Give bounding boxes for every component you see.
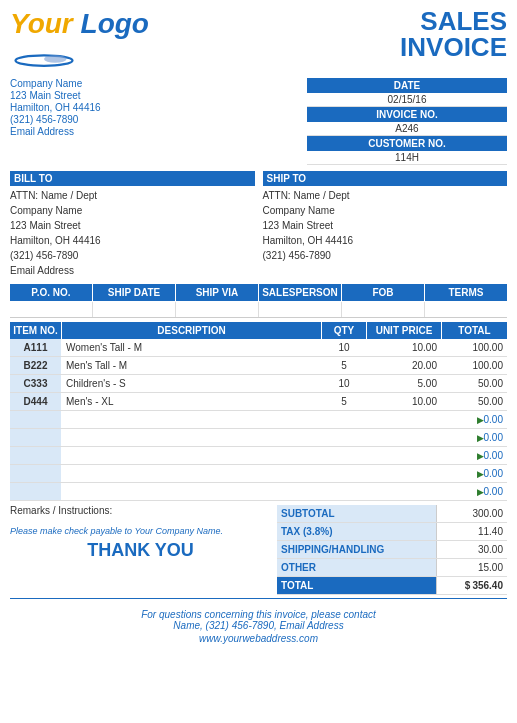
ship-date-value [93,302,176,317]
item-price-cell: 10.00 [367,339,442,356]
item-total-cell: ▶0.00 [442,411,507,428]
table-row: D444 Men's - XL 5 10.00 50.00 [10,393,507,411]
customer-no-value: 114H [307,151,507,165]
item-qty-cell [322,429,367,446]
dollar-sign: $ [465,580,471,591]
item-total-cell: 50.00 [442,393,507,410]
item-price-cell: 5.00 [367,375,442,392]
table-row: C333 Children's - S 10 5.00 50.00 [10,375,507,393]
bill-to-header: BILL TO [10,171,255,186]
logo-swoosh-icon [14,50,74,68]
item-total-cell: 100.00 [442,339,507,356]
item-qty-cell: 5 [322,357,367,374]
invoice-page: Your Logo SALES INVOICE Company Name 123… [0,0,517,652]
item-desc-cell: Men's - XL [62,393,322,410]
arrow-icon: ▶ [477,487,484,497]
po-values-row [10,302,507,318]
sender-info: Company Name 123 Main Street Hamilton, O… [10,78,101,165]
header: Your Logo SALES INVOICE [10,8,507,70]
item-price-cell [367,447,442,464]
item-total-cell: ▶0.00 [442,465,507,482]
item-no-cell: A111 [10,339,62,356]
subtotal-value: 300.00 [437,505,507,522]
table-row: A111 Women's Tall - M 10 10.00 100.00 [10,339,507,357]
table-row: ▶0.00 [10,411,507,429]
info-row: Company Name 123 Main Street Hamilton, O… [10,78,507,165]
item-qty-cell [322,483,367,500]
invoice-no-value: A246 [307,122,507,136]
sender-email: Email Address [10,126,101,137]
logo-area: Your Logo [10,8,149,70]
salesperson-value [259,302,342,317]
grand-total-row: TOTAL $356.40 [277,577,507,595]
item-total-cell: ▶0.00 [442,483,507,500]
item-total-cell: 50.00 [442,375,507,392]
item-desc-cell: Men's Tall - M [62,357,322,374]
item-desc-cell: Women's Tall - M [62,339,322,356]
arrow-icon: ▶ [477,469,484,479]
col-desc-header: DESCRIPTION [62,322,322,339]
item-desc-cell [62,483,322,500]
bill-email: Email Address [10,263,255,278]
tax-label: TAX (3.8%) [277,523,437,540]
item-total-cell: ▶0.00 [442,447,507,464]
shipping-label: SHIPPING/HANDLING [277,541,437,558]
item-qty-cell: 5 [322,393,367,410]
remarks-label: Remarks / Instructions: [10,505,271,516]
col-itemno-header: ITEM NO. [10,322,62,339]
invoice-title: SALES INVOICE [400,8,507,60]
shipping-value: 30.00 [437,541,507,558]
col-total-header: TOTAL [442,322,507,339]
item-desc-cell [62,447,322,464]
ship-via-header: SHIP VIA [176,284,259,301]
arrow-icon: ▶ [477,451,484,461]
item-desc-cell: Children's - S [62,375,322,392]
item-price-cell [367,411,442,428]
terms-header: TERMS [425,284,507,301]
arrow-icon: ▶ [477,415,484,425]
arrow-icon: ▶ [477,433,484,443]
ship-to-box: SHIP TO ATTN: Name / Dept Company Name 1… [263,171,508,278]
shipping-row: SHIPPING/HANDLING 30.00 [277,541,507,559]
bill-to-box: BILL TO ATTN: Name / Dept Company Name 1… [10,171,255,278]
footer: For questions concerning this invoice, p… [10,609,507,644]
item-price-cell: 20.00 [367,357,442,374]
terms-value [425,302,507,317]
item-no-cell: B222 [10,357,62,374]
item-price-cell [367,429,442,446]
items-table-body: A111 Women's Tall - M 10 10.00 100.00 B2… [10,339,507,501]
logo-text: Your Logo [10,8,149,40]
svg-point-1 [44,55,67,63]
grand-total-value: $356.40 [437,577,507,594]
po-no-header: P.O. NO. [10,284,93,301]
ship-company: Company Name [263,203,508,218]
item-qty-cell [322,447,367,464]
item-no-cell: D444 [10,393,62,410]
date-value: 02/15/16 [307,93,507,107]
po-no-value [10,302,93,317]
invoice-no-label: INVOICE NO. [307,107,507,122]
fob-value [342,302,425,317]
item-no-cell [10,447,62,464]
ship-attn: ATTN: Name / Dept [263,188,508,203]
other-value: 15.00 [437,559,507,576]
footer-line2: Name, (321) 456-7890, Email Address [10,620,507,631]
ship-via-value [176,302,259,317]
ship-address1: 123 Main Street [263,218,508,233]
date-block: DATE 02/15/16 INVOICE NO. A246 CUSTOMER … [307,78,507,165]
item-no-cell [10,429,62,446]
table-row: B222 Men's Tall - M 5 20.00 100.00 [10,357,507,375]
bill-ship-section: BILL TO ATTN: Name / Dept Company Name 1… [10,171,507,278]
date-label: DATE [307,78,507,93]
sender-company: Company Name [10,78,101,89]
bill-address2: Hamilton, OH 44416 [10,233,255,248]
footer-website: www.yourwebaddress.com [10,633,507,644]
tax-value: 11.40 [437,523,507,540]
grand-total-amount: 356.40 [472,580,503,591]
item-no-cell: C333 [10,375,62,392]
item-price-cell [367,483,442,500]
po-header-row: P.O. NO. SHIP DATE SHIP VIA SALESPERSON … [10,284,507,301]
item-price-cell [367,465,442,482]
bill-attn: ATTN: Name / Dept [10,188,255,203]
item-total-cell: 100.00 [442,357,507,374]
